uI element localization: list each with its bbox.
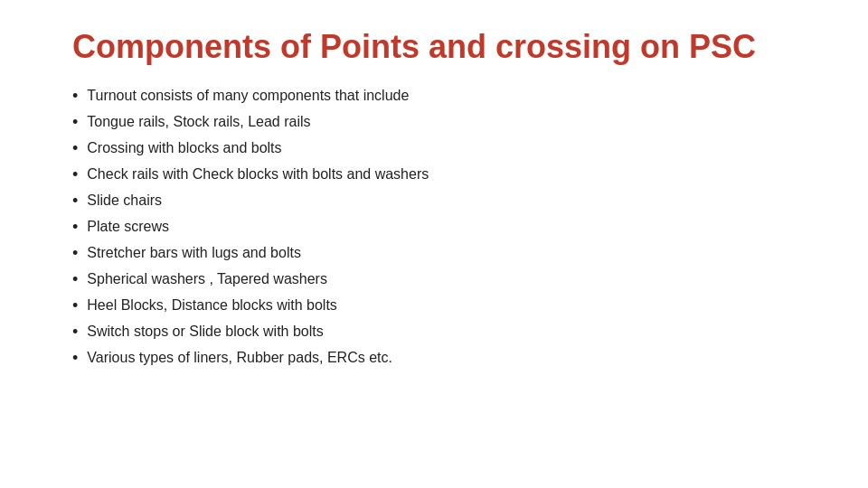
bullet-icon: • — [72, 241, 78, 266]
bullet-icon: • — [72, 294, 78, 318]
list-item: •Turnout consists of many components tha… — [72, 84, 796, 108]
bullet-icon: • — [72, 215, 78, 239]
bullet-icon: • — [72, 346, 78, 371]
bullet-text: Spherical washers , Tapered washers — [87, 267, 327, 291]
bullet-text: Check rails with Check blocks with bolts… — [87, 163, 429, 186]
bullet-text: Tongue rails, Stock rails, Lead rails — [87, 110, 310, 134]
bullet-icon: • — [72, 189, 78, 213]
list-item: •Slide chairs — [72, 189, 796, 213]
list-item: •Switch stops or Slide block with bolts — [72, 320, 796, 344]
list-item: •Crossing with blocks and bolts — [72, 136, 796, 161]
list-item: •Various types of liners, Rubber pads, E… — [72, 346, 796, 371]
bullet-icon: • — [72, 267, 78, 292]
list-item: •Plate screws — [72, 215, 796, 239]
bullet-icon: • — [72, 320, 78, 344]
bullet-text: Stretcher bars with lugs and bolts — [87, 241, 301, 265]
bullet-icon: • — [72, 163, 78, 187]
bullet-text: Crossing with blocks and bolts — [87, 136, 281, 160]
bullet-text: Heel Blocks, Distance blocks with bolts — [87, 294, 337, 317]
bullet-icon: • — [72, 136, 78, 161]
bullet-text: Plate screws — [87, 215, 169, 239]
slide-container: Components of Points and crossing on PSC… — [0, 0, 868, 488]
bullet-text: Various types of liners, Rubber pads, ER… — [87, 346, 392, 370]
list-item: •Spherical washers , Tapered washers — [72, 267, 796, 292]
list-item: •Check rails with Check blocks with bolt… — [72, 163, 796, 187]
bullet-icon: • — [72, 84, 78, 108]
bullet-text: Slide chairs — [87, 189, 162, 212]
slide-title: Components of Points and crossing on PSC — [72, 27, 796, 66]
bullet-icon: • — [72, 110, 78, 135]
bullet-text: Switch stops or Slide block with bolts — [87, 320, 323, 343]
bullet-list: •Turnout consists of many components tha… — [72, 84, 796, 372]
list-item: •Heel Blocks, Distance blocks with bolts — [72, 294, 796, 318]
list-item: •Stretcher bars with lugs and bolts — [72, 241, 796, 266]
list-item: •Tongue rails, Stock rails, Lead rails — [72, 110, 796, 135]
bullet-text: Turnout consists of many components that… — [87, 84, 409, 108]
